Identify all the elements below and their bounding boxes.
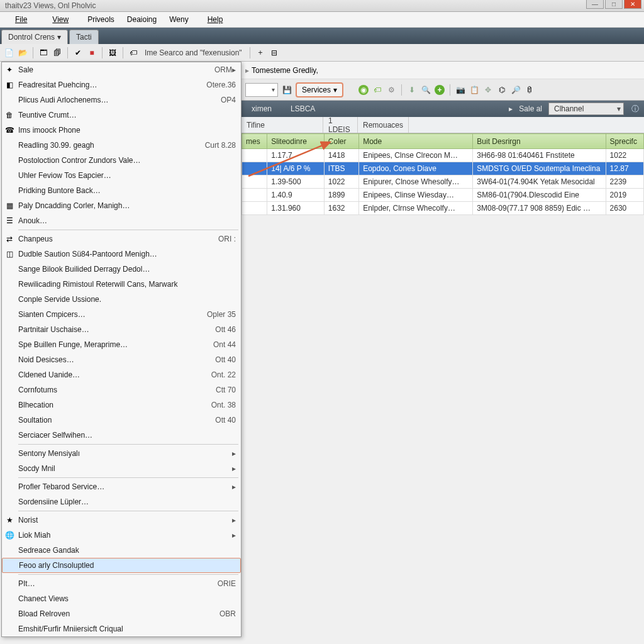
menu-item[interactable]: Postoloction Contror Zundors Vale… (2, 153, 241, 168)
photo-icon[interactable]: 🖼 (108, 48, 118, 58)
menu-priveols[interactable]: Priveols (81, 13, 121, 26)
menu-weny[interactable]: Weny (163, 13, 194, 26)
filter-dropdown[interactable] (245, 83, 278, 97)
menu-deaioing[interactable]: Deaioing (121, 13, 163, 26)
menu-item[interactable]: Noid Desicses…Ott 40 (2, 352, 241, 367)
download-icon[interactable]: ⬇ (407, 85, 417, 95)
col-header[interactable]: Mode (359, 134, 473, 149)
barrel-icon[interactable]: 🛢 (525, 85, 535, 95)
tag-icon[interactable]: 🏷 (128, 48, 138, 58)
menu-item[interactable]: Partnitair Uschaise…Ott 46 (2, 322, 241, 337)
menu-item[interactable]: Feoo arly Clnsoluptled (2, 558, 241, 573)
menu-item[interactable]: Spe Buillen Funge, Meraprime…Ont 44 (2, 337, 241, 352)
move-icon[interactable]: ✥ (483, 85, 493, 95)
col-header[interactable]: Coler (324, 134, 358, 149)
menu-item[interactable]: ☎Ims imoock Phone (2, 123, 241, 138)
menu-item[interactable]: Uhler Feviow Tos Eapcier… (2, 168, 241, 183)
stop-icon[interactable]: ■ (87, 48, 97, 58)
minimize-button[interactable]: — (586, 0, 604, 9)
menu-view[interactable]: View (40, 13, 81, 26)
menu-item[interactable]: Sianten Cmpicers…Opler 35 (2, 307, 241, 322)
graph-icon[interactable]: ⌬ (497, 85, 507, 95)
col-header[interactable]: Buit Desrirgn (473, 134, 606, 149)
menu-item[interactable]: PIt…ORIE (2, 576, 241, 591)
menu-item[interactable]: Sentony Mensiyalı▸ (2, 446, 241, 461)
gear-icon[interactable]: ⚙ (386, 85, 396, 95)
table-row[interactable]: 14| A/6 P %ITBSEopdoo, Cones DiaveSMDSTG… (242, 162, 644, 175)
tab-tacti[interactable]: Tacti (69, 30, 99, 44)
menu-item[interactable]: ★Norist▸ (2, 513, 241, 528)
menu-item[interactable]: ✦SaleORM▸ (2, 62, 241, 77)
nav-lsbca[interactable]: LSBCA (284, 104, 321, 113)
services-dropdown[interactable]: Services ▾ (296, 82, 343, 97)
menu-item[interactable]: ⇄ChanpeusORI : (2, 231, 241, 247)
hdr-remouaces[interactable]: Remouaces (358, 117, 409, 133)
channel-dropdown[interactable]: Clhannel (548, 103, 624, 115)
menu-item[interactable]: 🌐Liok Miah▸ (2, 528, 241, 543)
col-header[interactable]: Sprecifc (606, 134, 643, 149)
search-world-icon[interactable]: 🔍 (421, 85, 431, 95)
menu-item[interactable]: Readling 30.99. geaghCurt 8.28 (2, 138, 241, 153)
window-icon[interactable]: 🗔 (38, 48, 48, 58)
globe-green-icon[interactable]: ◉ (358, 85, 369, 95)
menu-item[interactable]: Emshit/Furfir Mniiersicft Criqual (2, 621, 241, 636)
breadcrumb-text[interactable]: Tomesteme Gredliy, (252, 66, 318, 75)
menu-item[interactable]: BlhecationOnt. 38 (2, 397, 241, 413)
info-icon[interactable]: ⓘ (630, 104, 640, 114)
menu-item[interactable]: 🗑Teuntive Crumt… (2, 108, 241, 123)
menu-item[interactable]: ◫Dudble Saution Sü84-Pantoord Menigh… (2, 247, 241, 262)
maximize-button[interactable]: □ (605, 0, 623, 9)
save-icon[interactable]: 💾 (282, 85, 292, 95)
tag-green-icon[interactable]: 🏷 (372, 85, 382, 95)
cell (242, 189, 267, 202)
menu-item[interactable]: Socdy Mnil▸ (2, 461, 241, 476)
menu-separator (18, 444, 238, 445)
menu-item[interactable]: Profler Tebarod Service…▸ (2, 479, 241, 494)
table-row[interactable]: 1.31.9601632Enlpder, Clrnse Whecolfy…3M0… (242, 202, 644, 215)
menu-item[interactable]: Conple Servide Ussione. (2, 292, 241, 307)
nav-sale[interactable]: Sale al (519, 104, 542, 113)
menu-help[interactable]: Help (195, 13, 236, 26)
menu-item[interactable]: ▦Paly Dncadding Corler, Manigh… (2, 198, 241, 213)
table-row[interactable]: 1.40.91899Enipees, Clinse Wiesday…SM86-0… (242, 189, 644, 202)
menu-item[interactable]: ◧Feadresitat Puehcing…Otere.36 (2, 77, 241, 92)
magnify-icon[interactable]: 🔎 (511, 85, 521, 95)
table-row[interactable]: 1.17.71418Enipees, Clnse Clrecon M…3H66-… (242, 149, 644, 162)
menu-item-label: Norist (18, 516, 232, 525)
menu-item[interactable]: Plicus Audi Arlochenems…OP4 (2, 92, 241, 108)
hdr-tifine[interactable]: Tifine (242, 117, 323, 133)
add-green-icon[interactable]: + (435, 85, 445, 95)
menu-item[interactable]: CornfotumsCtt 70 (2, 382, 241, 397)
menu-item[interactable]: Chanect Views (2, 591, 241, 606)
menu-item[interactable]: Sordensiine Lüpler… (2, 494, 241, 509)
menu-item[interactable]: Rewilicading Rimistoul Reterwill Cans, M… (2, 277, 241, 292)
camera-icon[interactable]: 📷 (455, 85, 465, 95)
menu-item[interactable]: ☰Anouk… (2, 213, 241, 228)
close-button[interactable]: ✕ (624, 0, 641, 9)
menu-item-label: Spe Buillen Funge, Meraprime… (18, 340, 208, 349)
collapse-icon[interactable]: ⊟ (269, 48, 279, 58)
nav-ximen[interactable]: ximen (245, 104, 278, 113)
menu-item[interactable]: Cldened Uanide…Ont. 22 (2, 367, 241, 382)
open-icon[interactable]: 📂 (18, 48, 28, 58)
col-header[interactable]: mes (242, 134, 267, 149)
submenu-arrow-icon: ▸ (232, 464, 236, 473)
tab-dontrol-crens[interactable]: Dontrol Crens ▾ (1, 30, 68, 44)
add-icon[interactable]: ＋ (255, 48, 265, 58)
menu-item-label: Anouk… (18, 216, 236, 225)
hdr-ldeis[interactable]: 1 LDEIS (323, 117, 358, 133)
menu-item[interactable]: Pridking Buntore Back… (2, 183, 241, 198)
menu-item[interactable]: Sedreace Gandak (2, 543, 241, 558)
copy-icon[interactable]: 🗐 (52, 48, 62, 58)
menu-item[interactable]: Sange Bilook Builided Derragy Dedol… (2, 262, 241, 277)
clipboard-icon[interactable]: 📋 (469, 85, 479, 95)
menu-item[interactable]: Serciacer Selfwihen… (2, 428, 241, 443)
table-row[interactable]: 1.39-5001022Enipurer, Clnose Whesolfy…3W… (242, 175, 644, 189)
menu-item[interactable]: SoultationOtt 40 (2, 413, 241, 428)
check-icon[interactable]: ✔ (73, 48, 83, 58)
menu-file[interactable]: File (3, 13, 40, 26)
triangle-right-icon[interactable]: ▸ (245, 66, 249, 75)
doc-icon[interactable]: 📄 (4, 48, 14, 58)
menu-item[interactable]: Bload RelrovenOBR (2, 606, 241, 621)
col-header[interactable]: Sliteodinre (267, 134, 325, 149)
